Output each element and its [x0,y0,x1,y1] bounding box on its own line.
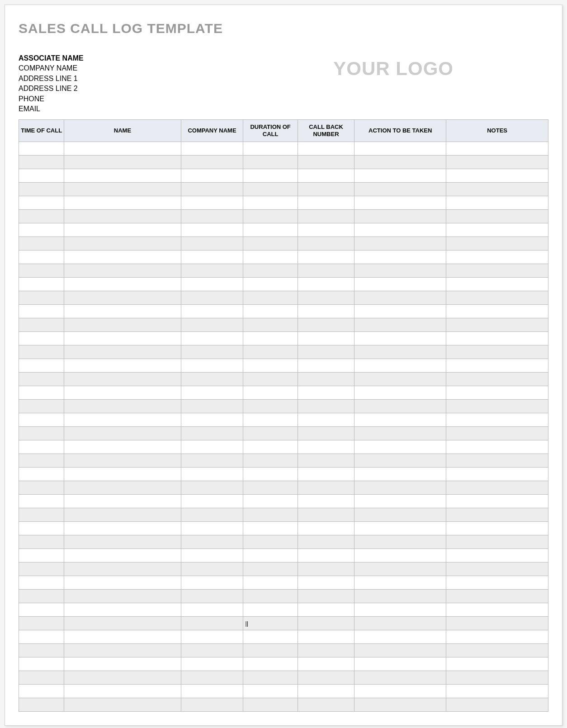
cell-notes[interactable] [446,616,548,630]
cell-time-of-call[interactable] [19,359,64,372]
cell-name[interactable] [64,196,181,209]
cell-name[interactable] [64,426,181,440]
cell-company-name[interactable] [181,236,243,250]
cell-name[interactable] [64,142,181,155]
cell-call-back-number[interactable] [298,576,354,589]
cell-name[interactable] [64,671,181,684]
cell-call-back-number[interactable] [298,603,354,616]
cell-time-of-call[interactable] [19,155,64,169]
cell-time-of-call[interactable] [19,671,64,684]
cell-time-of-call[interactable] [19,345,64,359]
cell-action-to-be-taken[interactable] [354,562,446,576]
cell-time-of-call[interactable] [19,413,64,426]
cell-company-name[interactable] [181,413,243,426]
cell-company-name[interactable] [181,426,243,440]
cell-duration-of-call[interactable] [243,508,298,521]
cell-call-back-number[interactable] [298,413,354,426]
cell-name[interactable] [64,684,181,698]
cell-company-name[interactable] [181,562,243,576]
cell-action-to-be-taken[interactable] [354,576,446,589]
cell-company-name[interactable] [181,359,243,372]
cell-call-back-number[interactable] [298,304,354,318]
cell-notes[interactable] [446,196,548,209]
cell-name[interactable] [64,657,181,671]
cell-action-to-be-taken[interactable] [354,155,446,169]
cell-time-of-call[interactable] [19,264,64,277]
cell-duration-of-call[interactable] [243,467,298,481]
cell-name[interactable] [64,359,181,372]
cell-notes[interactable] [446,155,548,169]
cell-notes[interactable] [446,698,548,711]
cell-call-back-number[interactable] [298,291,354,304]
cell-action-to-be-taken[interactable] [354,508,446,521]
cell-duration-of-call[interactable] [243,494,298,508]
cell-call-back-number[interactable] [298,209,354,223]
cell-company-name[interactable] [181,209,243,223]
cell-notes[interactable] [446,223,548,236]
cell-name[interactable] [64,562,181,576]
cell-company-name[interactable] [181,223,243,236]
cell-call-back-number[interactable] [298,318,354,331]
cell-action-to-be-taken[interactable] [354,521,446,535]
cell-company-name[interactable] [181,386,243,399]
cell-notes[interactable] [446,603,548,616]
cell-company-name[interactable] [181,399,243,413]
cell-company-name[interactable] [181,196,243,209]
cell-notes[interactable] [446,318,548,331]
cell-duration-of-call[interactable] [243,603,298,616]
cell-notes[interactable] [446,454,548,467]
cell-time-of-call[interactable] [19,142,64,155]
cell-name[interactable] [64,291,181,304]
cell-duration-of-call[interactable] [243,454,298,467]
cell-name[interactable] [64,440,181,454]
cell-duration-of-call[interactable] [243,589,298,603]
cell-action-to-be-taken[interactable] [354,440,446,454]
cell-time-of-call[interactable] [19,508,64,521]
cell-action-to-be-taken[interactable] [354,209,446,223]
cell-company-name[interactable] [181,657,243,671]
cell-company-name[interactable] [181,372,243,386]
cell-time-of-call[interactable] [19,182,64,196]
cell-name[interactable] [64,155,181,169]
cell-time-of-call[interactable] [19,616,64,630]
cell-time-of-call[interactable] [19,426,64,440]
cell-call-back-number[interactable] [298,508,354,521]
cell-time-of-call[interactable] [19,440,64,454]
cell-duration-of-call[interactable] [243,698,298,711]
cell-notes[interactable] [446,182,548,196]
cell-call-back-number[interactable] [298,399,354,413]
cell-name[interactable] [64,494,181,508]
cell-time-of-call[interactable] [19,467,64,481]
cell-action-to-be-taken[interactable] [354,372,446,386]
cell-notes[interactable] [446,277,548,291]
cell-action-to-be-taken[interactable] [354,454,446,467]
cell-action-to-be-taken[interactable] [354,535,446,548]
cell-call-back-number[interactable] [298,589,354,603]
cell-company-name[interactable] [181,548,243,562]
cell-action-to-be-taken[interactable] [354,684,446,698]
cell-time-of-call[interactable] [19,399,64,413]
cell-time-of-call[interactable] [19,331,64,345]
cell-name[interactable] [64,616,181,630]
cell-duration-of-call[interactable] [243,657,298,671]
cell-call-back-number[interactable] [298,155,354,169]
cell-action-to-be-taken[interactable] [354,426,446,440]
cell-name[interactable] [64,508,181,521]
cell-time-of-call[interactable] [19,698,64,711]
cell-duration-of-call[interactable] [243,182,298,196]
cell-name[interactable] [64,630,181,643]
cell-action-to-be-taken[interactable] [354,603,446,616]
cell-company-name[interactable] [181,494,243,508]
cell-company-name[interactable] [181,250,243,264]
cell-call-back-number[interactable] [298,698,354,711]
cell-time-of-call[interactable] [19,454,64,467]
cell-company-name[interactable] [181,182,243,196]
cell-time-of-call[interactable] [19,318,64,331]
cell-action-to-be-taken[interactable] [354,345,446,359]
cell-duration-of-call[interactable] [243,643,298,657]
cell-notes[interactable] [446,684,548,698]
cell-company-name[interactable] [181,535,243,548]
cell-notes[interactable] [446,643,548,657]
cell-name[interactable] [64,698,181,711]
cell-call-back-number[interactable] [298,616,354,630]
